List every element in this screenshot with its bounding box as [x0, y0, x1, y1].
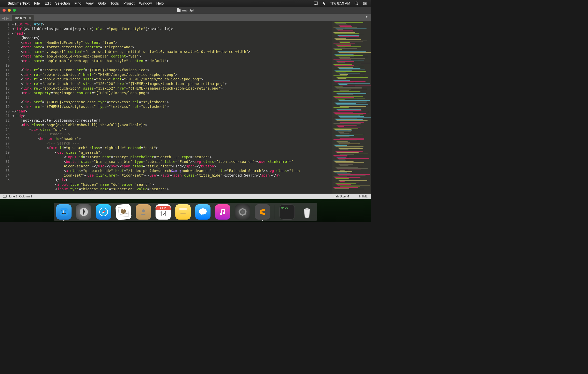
code-line[interactable]: <!-- Header --> [12, 132, 332, 136]
panel-toggle-icon[interactable] [3, 195, 7, 198]
window-zoom-button[interactable] [13, 9, 16, 12]
dock-safari-icon[interactable] [96, 204, 111, 220]
line-number: 8 [0, 54, 10, 59]
dock-notes-icon[interactable] [175, 204, 191, 220]
code-line[interactable]: <link rel="apple-touch-icon" sizes="120x… [12, 81, 332, 86]
code-line[interactable]: <meta name="HandheldFriendly" content="t… [12, 40, 332, 45]
line-number: 23 [0, 123, 10, 127]
menu-file[interactable]: File [34, 1, 40, 5]
code-line[interactable]: <a class="q_search_adv" href="/index.php… [12, 168, 332, 173]
svg-point-9 [363, 4, 364, 5]
tab-overflow-icon[interactable]: ▼ [365, 15, 368, 18]
line-number: 17 [0, 95, 10, 100]
dock-trash-icon[interactable] [299, 204, 315, 220]
code-line[interactable]: <body> [12, 113, 332, 118]
clock[interactable]: Thu 8:59 AM [330, 1, 350, 5]
code-line[interactable]: <link rel="apple-touch-icon" sizes="76x7… [12, 77, 332, 81]
dock-contacts-icon[interactable] [136, 204, 151, 220]
code-line[interactable]: icon-set"><use xlink:href="#icon-set"></… [12, 173, 332, 178]
code-line[interactable] [12, 63, 332, 68]
code-line[interactable]: <input type="hidden" name="subaction" va… [12, 187, 332, 191]
menu-help[interactable]: Help [156, 1, 164, 5]
code-line[interactable]: #icon-search"></use></svg><span class="t… [12, 164, 332, 168]
code-line[interactable]: <header id="header"> [12, 136, 332, 141]
control-center-icon[interactable] [362, 2, 367, 5]
menu-window[interactable]: Window [139, 1, 152, 5]
code-line[interactable]: <input id="story" name="story" placehold… [12, 155, 332, 159]
line-number: 14 [0, 81, 10, 86]
syntax-mode[interactable]: HTML [359, 195, 368, 198]
code-line[interactable]: <div class="q_search"> [12, 150, 332, 155]
menu-project[interactable]: Project [123, 1, 135, 5]
dock-settings-icon[interactable] [235, 204, 250, 220]
code-line[interactable]: <link rel="apple-touch-icon" href="{THEM… [12, 72, 332, 77]
dock-finder-icon[interactable] [56, 204, 72, 220]
line-number: 10 [0, 63, 10, 68]
window-minimize-button[interactable] [8, 9, 11, 12]
line-number: 3 [0, 31, 10, 36]
svg-point-12 [65, 210, 66, 211]
code-line[interactable]: <meta name="apple-mobile-web-app-capable… [12, 54, 332, 59]
cursor-icon[interactable] [323, 1, 326, 5]
tab-history-back-icon[interactable]: ◀ [2, 16, 5, 20]
code-line[interactable]: <div class="wrp"> [12, 127, 332, 132]
dock-messages-icon[interactable] [195, 204, 211, 220]
code-line[interactable]: <button class="btn q_search_btn" type="s… [12, 159, 332, 164]
tab-size[interactable]: Tab Size: 4 [334, 195, 349, 198]
code-line[interactable]: <input type="hidden" name="do" value="se… [12, 182, 332, 187]
dock-music-icon[interactable] [215, 204, 230, 220]
menu-selection[interactable]: Selection [55, 1, 70, 5]
code-line[interactable]: <meta name="format-detection" content="t… [12, 45, 332, 49]
code-line[interactable]: <form id="q_search" class="rightside" me… [12, 146, 332, 150]
code-line[interactable]: </head> [12, 109, 332, 113]
tab-history-forward-icon[interactable]: ▶ [6, 16, 9, 20]
menu-view[interactable]: View [86, 1, 94, 5]
dock-calendar-icon[interactable]: SEP 14 [156, 204, 171, 220]
code-line[interactable]: <link rel="shortcut icon" href="{THEME}/… [12, 68, 332, 72]
calendar-day: 14 [159, 210, 167, 218]
line-number: 1 [0, 22, 10, 26]
menu-edit[interactable]: Edit [45, 1, 51, 5]
dock-mail-icon[interactable] [115, 204, 132, 220]
code-line[interactable]: <link href="{THEME}/css/styles.css" type… [12, 104, 332, 109]
spotlight-icon[interactable] [354, 1, 358, 5]
status-bar: Line 1, Column 1 Tab Size: 4 HTML [0, 194, 371, 199]
line-number: 21 [0, 113, 10, 118]
code-line[interactable]: {headers} [12, 36, 332, 40]
cursor-position[interactable]: Line 1, Column 1 [9, 195, 32, 198]
tab-close-icon[interactable]: × [29, 16, 31, 20]
code-line[interactable]: </div> [12, 178, 332, 182]
code-line[interactable]: <!-- Search --> [12, 141, 332, 146]
code-line[interactable]: <meta name="viewport" content="user-scal… [12, 49, 332, 54]
code-area[interactable]: <!DOCTYPE html><html[available=lostpassw… [12, 21, 332, 194]
code-line[interactable]: <meta property="og:image" content="{THEM… [12, 91, 332, 95]
tab-bar: ◀ ▶ main.tpl × ▼ [0, 14, 371, 21]
dock-sublime-icon[interactable] [255, 204, 270, 220]
menu-goto[interactable]: Goto [98, 1, 106, 5]
svg-point-11 [61, 210, 62, 211]
display-icon[interactable] [314, 2, 318, 5]
dock-separator [275, 205, 275, 219]
svg-point-8 [365, 3, 366, 4]
dock-terminal-icon[interactable]: exec [279, 204, 295, 220]
menu-find[interactable]: Find [74, 1, 81, 5]
code-line[interactable]: <link rel="apple-touch-icon" sizes="152x… [12, 86, 332, 91]
code-line[interactable]: <div class="page[available=showfull] sho… [12, 123, 332, 127]
window-close-button[interactable] [3, 9, 6, 12]
window-titlebar: main.tpl [0, 7, 371, 14]
app-name[interactable]: Sublime Text [8, 1, 30, 5]
menu-tools[interactable]: Tools [110, 1, 119, 5]
code-line[interactable]: <html[available=lostpassword|register] c… [12, 26, 332, 31]
macos-menubar: Sublime Text File Edit Selection Find Vi… [0, 0, 371, 7]
tab-main-tpl[interactable]: main.tpl × [12, 15, 34, 21]
line-number: 34 [0, 173, 10, 178]
code-line[interactable]: <head> [12, 31, 332, 36]
code-line[interactable]: <meta name="apple-mobile-web-app-status-… [12, 59, 332, 63]
code-line[interactable]: <!DOCTYPE html> [12, 22, 332, 26]
code-line[interactable] [12, 95, 332, 100]
code-line[interactable]: <link href="{THEME}/css/engine.css" type… [12, 100, 332, 104]
code-line[interactable]: [not-available=lostpassword|register] [12, 118, 332, 123]
minimap[interactable] [332, 21, 371, 194]
line-number: 33 [0, 168, 10, 173]
dock-launchpad-icon[interactable] [76, 204, 91, 220]
